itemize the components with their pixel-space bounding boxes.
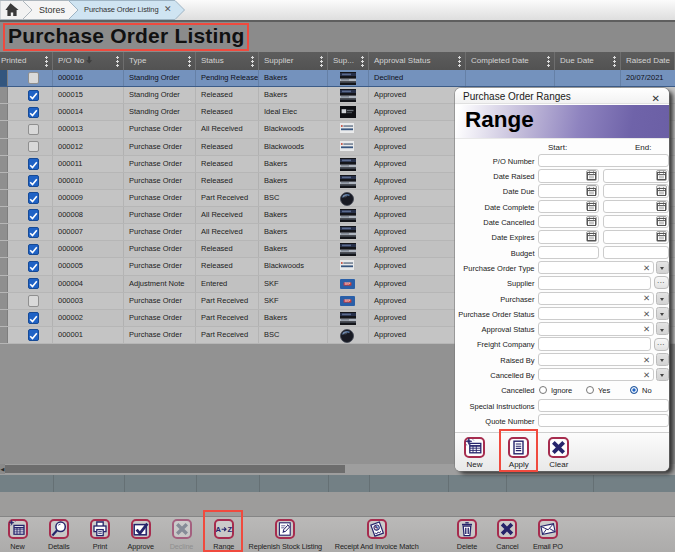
svg-text:SKF: SKF [345,299,351,303]
svg-text:SKF: SKF [345,282,351,286]
